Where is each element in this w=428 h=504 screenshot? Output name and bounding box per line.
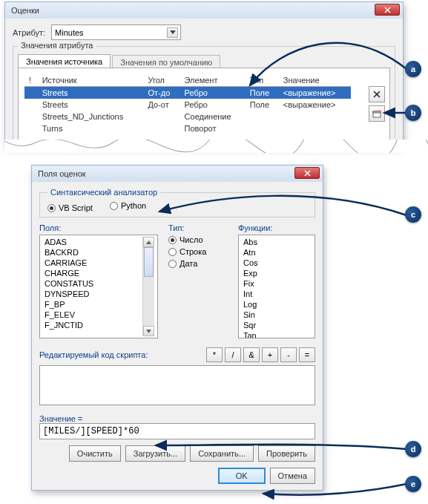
torn-edge xyxy=(4,140,428,153)
middle-columns: Поля: ADAS BACKRD CARRIAGE CHARGE CONSTA… xyxy=(39,223,315,338)
radio-python-label: Python xyxy=(121,201,146,210)
callout-c: c xyxy=(405,206,421,223)
callout-b: b xyxy=(405,105,421,121)
dialog-button-row: OK Отмена xyxy=(39,468,315,484)
expression-input[interactable] xyxy=(39,423,315,439)
window-body: Атрибут: Minutes Значения атрибута Значе… xyxy=(5,19,403,154)
evaluators-table: ! Источник Угол Элемент Тип Значение Str… xyxy=(24,74,351,134)
script-code-textarea[interactable] xyxy=(39,365,315,405)
op-minus-button[interactable]: - xyxy=(280,347,297,362)
radio-dot-icon xyxy=(110,202,118,210)
dialog-title: Поля оценок xyxy=(38,169,86,178)
remove-evaluator-button[interactable] xyxy=(369,86,385,102)
list-item[interactable]: Exp xyxy=(242,268,312,278)
col-angle[interactable]: Угол xyxy=(143,74,180,87)
x-icon xyxy=(373,91,381,98)
list-item[interactable]: ADAS xyxy=(43,237,142,247)
attribute-row: Атрибут: Minutes xyxy=(13,24,395,40)
col-bang[interactable]: ! xyxy=(24,74,38,87)
close-button[interactable] xyxy=(375,4,400,16)
operator-buttons: * / & + - = xyxy=(206,347,315,362)
functions-listbox[interactable]: Abs Atn Cos Exp Fix Int Log Sin Sqr Tan xyxy=(238,235,315,338)
ok-button[interactable]: OK xyxy=(218,468,266,484)
attribute-combo[interactable]: Minutes xyxy=(51,24,181,40)
list-item[interactable]: Abs xyxy=(242,237,312,247)
table-row[interactable]: TurnsПоворот xyxy=(24,122,351,134)
col-value[interactable]: Значение xyxy=(279,74,351,87)
radio-vbscript-label: VB Script xyxy=(59,203,93,212)
clear-button[interactable]: Очистить xyxy=(69,445,121,462)
load-button[interactable]: Загрузить... xyxy=(125,445,185,462)
radio-string[interactable]: Строка xyxy=(168,247,228,256)
chevron-down-icon xyxy=(167,27,178,38)
dialog-body: Синтаксический анализатор VB Script Pyth… xyxy=(32,182,323,490)
scrollbar[interactable] xyxy=(142,237,154,336)
table-row[interactable]: StreetsОт-доРеброПоле<выражение> xyxy=(24,87,351,99)
list-item[interactable]: BACKRD xyxy=(43,247,142,258)
svg-point-2 xyxy=(378,110,381,113)
list-item[interactable]: Sqr xyxy=(242,320,312,330)
list-item[interactable]: F_BP xyxy=(43,299,142,310)
grid-container: ! Источник Угол Элемент Тип Значение Str… xyxy=(18,68,390,144)
op-eq-button[interactable]: = xyxy=(299,347,315,362)
op-plus-button[interactable]: + xyxy=(262,347,278,362)
fields-listbox[interactable]: ADAS BACKRD CARRIAGE CHARGE CONSTATUS DY… xyxy=(39,235,158,338)
radio-python[interactable]: Python xyxy=(110,201,146,210)
list-item[interactable]: CHARGE xyxy=(43,268,142,278)
radio-dot-icon xyxy=(47,204,56,212)
list-item[interactable]: Cos xyxy=(242,258,312,268)
radio-date[interactable]: Дата xyxy=(168,259,228,268)
attribute-values-group: Значения атрибута Значения источника Зна… xyxy=(13,46,395,148)
op-amp-button[interactable]: & xyxy=(243,347,260,362)
col-type[interactable]: Тип xyxy=(246,74,279,87)
list-item[interactable]: Int xyxy=(242,289,312,299)
tab-source-values[interactable]: Значения источника xyxy=(18,54,111,68)
callout-a: a xyxy=(405,61,421,77)
op-div-button[interactable]: / xyxy=(225,347,241,362)
grid-buttons xyxy=(369,86,385,122)
list-item[interactable]: Log xyxy=(242,299,312,310)
verify-button[interactable]: Проверить xyxy=(258,445,315,462)
evaluators-window: Оценки Атрибут: Minutes Значения атрибут… xyxy=(4,1,404,147)
col-element[interactable]: Элемент xyxy=(180,74,246,87)
list-item[interactable]: CARRIAGE xyxy=(43,258,142,268)
dialog-titlebar: Поля оценок xyxy=(32,166,323,182)
titlebar: Оценки xyxy=(5,2,403,19)
radio-dot-icon xyxy=(168,248,177,256)
list-item[interactable]: Sin xyxy=(242,310,312,320)
expr-button-row: Очистить Загрузить... Сохранить... Прове… xyxy=(39,445,315,462)
evaluator-properties-button[interactable] xyxy=(369,105,385,122)
functions-label: Функции: xyxy=(238,223,315,232)
properties-icon xyxy=(372,109,381,118)
table-row[interactable]: Streets_ND_JunctionsСоединение xyxy=(24,111,351,122)
op-mul-button[interactable]: * xyxy=(206,347,223,362)
radio-number[interactable]: Число xyxy=(168,235,228,244)
attribute-label: Атрибут: xyxy=(13,28,45,37)
radio-dot-icon xyxy=(168,236,177,244)
cancel-button[interactable]: Отмена xyxy=(270,468,315,484)
list-item[interactable]: DYNSPEED xyxy=(43,289,142,299)
col-source[interactable]: Источник xyxy=(38,74,144,87)
list-item[interactable]: CONSTATUS xyxy=(43,278,142,289)
radio-dot-icon xyxy=(168,260,177,268)
list-item[interactable]: Tan xyxy=(242,330,312,338)
tabs: Значения источника Значения по умолчанию xyxy=(18,54,390,68)
radio-vbscript[interactable]: VB Script xyxy=(47,203,93,212)
close-icon xyxy=(384,7,391,13)
list-item[interactable]: Fix xyxy=(242,278,312,289)
fields-label: Поля: xyxy=(39,223,158,232)
callout-d: d xyxy=(405,441,421,457)
list-item[interactable]: F_ELEV xyxy=(43,310,142,320)
dialog-close-button[interactable] xyxy=(294,167,320,179)
type-label: Тип: xyxy=(168,223,228,232)
code-label: Редактируемый код скрипта: xyxy=(39,350,206,359)
list-item[interactable]: F_JNCTID xyxy=(43,320,142,330)
attribute-value: Minutes xyxy=(55,28,84,37)
value-label: Значение = xyxy=(39,414,315,423)
close-icon xyxy=(304,170,311,177)
parser-legend: Синтаксический анализатор xyxy=(47,188,160,197)
list-item[interactable]: Atn xyxy=(242,247,312,258)
table-row[interactable]: StreetsДо-отРеброПоле<выражение> xyxy=(24,99,351,111)
save-button[interactable]: Сохранить... xyxy=(190,445,254,462)
callout-e: e xyxy=(405,476,421,492)
